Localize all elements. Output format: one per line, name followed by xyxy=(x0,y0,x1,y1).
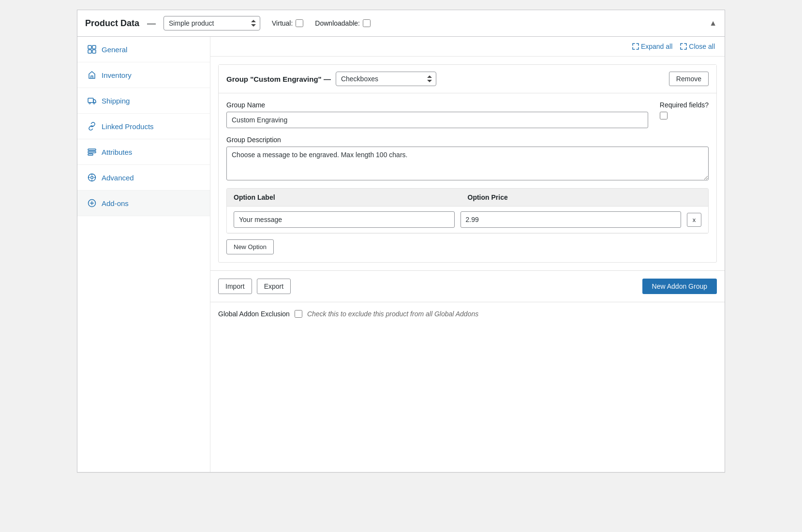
svg-rect-3 xyxy=(92,50,96,53)
sidebar-item-attributes[interactable]: Attributes xyxy=(77,139,210,165)
main-content: Expand all Close all Group "Custom Engra… xyxy=(210,37,725,472)
sidebar: General Inventory Shipping xyxy=(77,37,210,472)
svg-rect-1 xyxy=(92,45,96,49)
advanced-icon xyxy=(87,173,97,182)
top-actions: Expand all Close all xyxy=(210,37,725,57)
inventory-icon xyxy=(87,70,97,80)
global-addon-row: Global Addon Exclusion Check this to exc… xyxy=(210,302,725,325)
sidebar-inventory-label: Inventory xyxy=(102,71,132,79)
panel-title-separator: — xyxy=(147,18,156,29)
svg-rect-4 xyxy=(88,98,93,103)
svg-rect-8 xyxy=(88,151,96,153)
product-data-panel: Product Data — Simple product Grouped pr… xyxy=(77,10,725,473)
sidebar-attributes-label: Attributes xyxy=(102,148,132,156)
svg-point-6 xyxy=(93,103,95,104)
options-table: Option Label Option Price x xyxy=(226,188,709,234)
group-header-title: Group "Custom Engraving" — xyxy=(226,75,331,83)
global-addon-description: Check this to exclude this product from … xyxy=(307,310,478,318)
virtual-label: Virtual: xyxy=(272,19,303,27)
group-header: Group "Custom Engraving" — Checkboxes Ra… xyxy=(219,65,716,93)
svg-rect-2 xyxy=(88,50,91,53)
required-fields-group: Required fields? xyxy=(660,101,709,128)
sidebar-shipping-label: Shipping xyxy=(102,97,130,105)
panel-title: Product Data xyxy=(85,18,139,29)
remove-group-button[interactable]: Remove xyxy=(669,72,709,86)
panel-body: General Inventory Shipping xyxy=(77,37,725,472)
sidebar-advanced-label: Advanced xyxy=(102,174,134,182)
group-description-field: Group Description Choose a message to be… xyxy=(226,136,709,180)
option-price-input[interactable] xyxy=(460,211,682,228)
svg-rect-0 xyxy=(88,45,91,49)
required-fields-checkbox[interactable] xyxy=(660,112,668,119)
required-fields-label: Required fields? xyxy=(660,101,709,109)
group-description-textarea[interactable]: Choose a message to be engraved. Max len… xyxy=(226,147,709,180)
sidebar-item-general[interactable]: General xyxy=(77,37,210,62)
group-description-label: Group Description xyxy=(226,136,709,144)
sidebar-general-label: General xyxy=(102,45,127,54)
expand-all-link[interactable]: Expand all xyxy=(632,43,672,50)
grid-icon xyxy=(87,44,97,54)
group-body: Group Name Required fields? xyxy=(219,93,716,262)
global-addon-checkbox[interactable] xyxy=(295,310,302,318)
table-row: x xyxy=(227,207,708,233)
product-type-select[interactable]: Simple product Grouped product External/… xyxy=(163,16,260,30)
svg-point-5 xyxy=(89,103,90,104)
sidebar-item-inventory[interactable]: Inventory xyxy=(77,62,210,88)
close-all-link[interactable]: Close all xyxy=(680,43,715,50)
group-section: Group "Custom Engraving" — Checkboxes Ra… xyxy=(218,64,717,263)
sidebar-linked-products-label: Linked Products xyxy=(102,122,154,131)
group-type-select[interactable]: Checkboxes Radio Buttons Select Box Cust… xyxy=(336,72,436,86)
group-name-row: Group Name Required fields? xyxy=(226,101,709,128)
new-addon-group-button[interactable]: New Addon Group xyxy=(642,279,717,294)
option-label-input[interactable] xyxy=(234,211,455,228)
option-remove-button[interactable]: x xyxy=(687,213,701,227)
option-label-column-header: Option Label xyxy=(234,193,468,201)
shipping-icon xyxy=(87,96,97,105)
option-price-column-header: Option Price xyxy=(468,193,702,201)
downloadable-checkbox[interactable] xyxy=(363,19,371,27)
required-fields-checkbox-wrapper xyxy=(660,112,668,119)
options-table-header: Option Label Option Price xyxy=(227,189,708,207)
group-name-field: Group Name xyxy=(226,101,648,128)
svg-point-11 xyxy=(91,177,93,179)
downloadable-label: Downloadable: xyxy=(315,19,371,27)
sidebar-item-addons[interactable]: Add-ons xyxy=(77,191,210,216)
panel-header: Product Data — Simple product Grouped pr… xyxy=(77,10,725,37)
new-option-button[interactable]: New Option xyxy=(226,239,274,254)
export-button[interactable]: Export xyxy=(257,279,291,294)
group-name-input[interactable] xyxy=(226,112,648,128)
sidebar-item-advanced[interactable]: Advanced xyxy=(77,165,210,191)
svg-rect-7 xyxy=(88,149,96,150)
sidebar-item-shipping[interactable]: Shipping xyxy=(77,88,210,114)
attributes-icon xyxy=(87,147,97,157)
virtual-checkbox[interactable] xyxy=(296,19,303,27)
addons-icon xyxy=(87,198,97,208)
sidebar-item-linked-products[interactable]: Linked Products xyxy=(77,114,210,139)
collapse-button[interactable]: ▲ xyxy=(709,19,717,28)
bottom-actions: Import Export New Addon Group xyxy=(210,270,725,302)
sidebar-addons-label: Add-ons xyxy=(102,199,129,207)
link-icon xyxy=(87,121,97,131)
import-button[interactable]: Import xyxy=(218,279,252,294)
global-addon-label: Global Addon Exclusion xyxy=(218,310,290,318)
svg-rect-9 xyxy=(88,154,93,155)
group-name-label: Group Name xyxy=(226,101,648,109)
